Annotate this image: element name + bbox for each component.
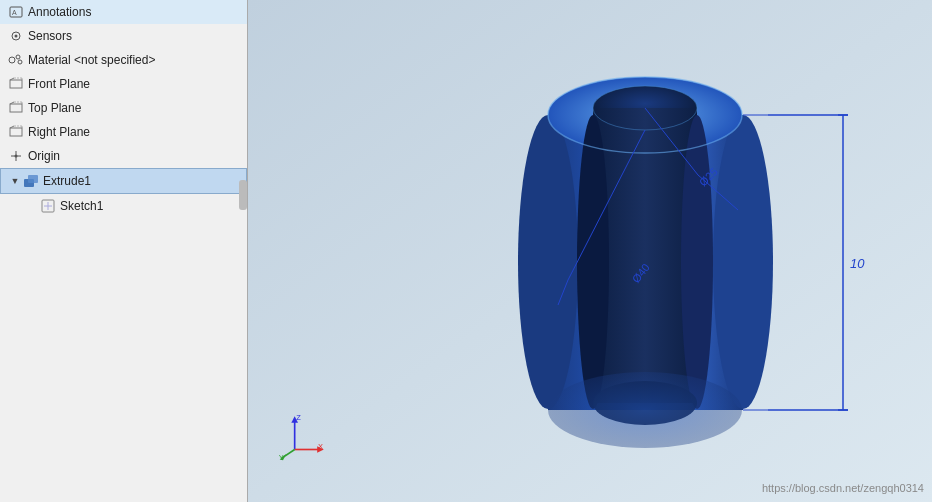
feature-tree-sidebar: A Annotations Sensors Material <not spec… (0, 0, 248, 502)
sidebar-item-label: Sketch1 (60, 196, 103, 216)
svg-rect-7 (10, 80, 22, 88)
svg-rect-23 (28, 175, 38, 183)
svg-point-6 (18, 60, 22, 64)
sidebar-item-material[interactable]: Material <not specified> (0, 48, 247, 72)
sidebar-item-sketch1[interactable]: Sketch1 (0, 194, 247, 218)
plane-icon (8, 100, 24, 116)
sketch-icon (40, 198, 56, 214)
svg-point-38 (548, 372, 742, 448)
svg-point-21 (15, 155, 18, 158)
svg-text:Y: Y (279, 453, 284, 462)
sidebar-item-annotations[interactable]: A Annotations (0, 0, 247, 24)
expand-arrow-icon: ▼ (9, 175, 21, 187)
svg-point-35 (577, 115, 609, 409)
sidebar-item-label: Origin (28, 146, 60, 166)
material-icon (8, 52, 24, 68)
svg-text:10: 10 (850, 256, 865, 271)
svg-text:A: A (12, 9, 17, 16)
axis-indicator: Z X Y (278, 412, 328, 462)
svg-rect-11 (10, 104, 22, 112)
sidebar-item-extrude1[interactable]: ▼ Extrude1 (0, 168, 247, 194)
sensors-icon (8, 28, 24, 44)
sidebar-item-origin[interactable]: Origin (0, 144, 247, 168)
origin-icon (8, 148, 24, 164)
sidebar-item-top-plane[interactable]: Top Plane (0, 96, 247, 120)
sidebar-item-right-plane[interactable]: Right Plane (0, 120, 247, 144)
sidebar-scrollbar[interactable] (239, 180, 247, 210)
sidebar-item-label: Extrude1 (43, 171, 91, 191)
sidebar-item-front-plane[interactable]: Front Plane (0, 72, 247, 96)
svg-text:Z: Z (296, 413, 301, 422)
plane-icon (8, 76, 24, 92)
plane-icon (8, 124, 24, 140)
sidebar-item-label: Front Plane (28, 74, 90, 94)
extrude-icon (23, 173, 39, 189)
svg-point-4 (9, 57, 15, 63)
sidebar-item-label: Annotations (28, 2, 91, 22)
sidebar-item-label: Material <not specified> (28, 50, 155, 70)
svg-text:X: X (318, 442, 323, 451)
sidebar-item-label: Right Plane (28, 122, 90, 142)
sidebar-item-sensors[interactable]: Sensors (0, 24, 247, 48)
annotations-icon: A (8, 4, 24, 20)
svg-point-5 (16, 55, 20, 59)
svg-point-30 (518, 115, 578, 409)
watermark-text: https://blog.csdn.net/zengqh0314 (762, 482, 924, 494)
sidebar-item-label: Sensors (28, 26, 72, 46)
svg-point-31 (713, 115, 773, 409)
sidebar-item-label: Top Plane (28, 98, 81, 118)
3d-viewport[interactable]: 10 Ø40 Ø25 Z X Y https://blo (248, 0, 932, 502)
svg-point-3 (15, 35, 18, 38)
svg-rect-15 (10, 128, 22, 136)
